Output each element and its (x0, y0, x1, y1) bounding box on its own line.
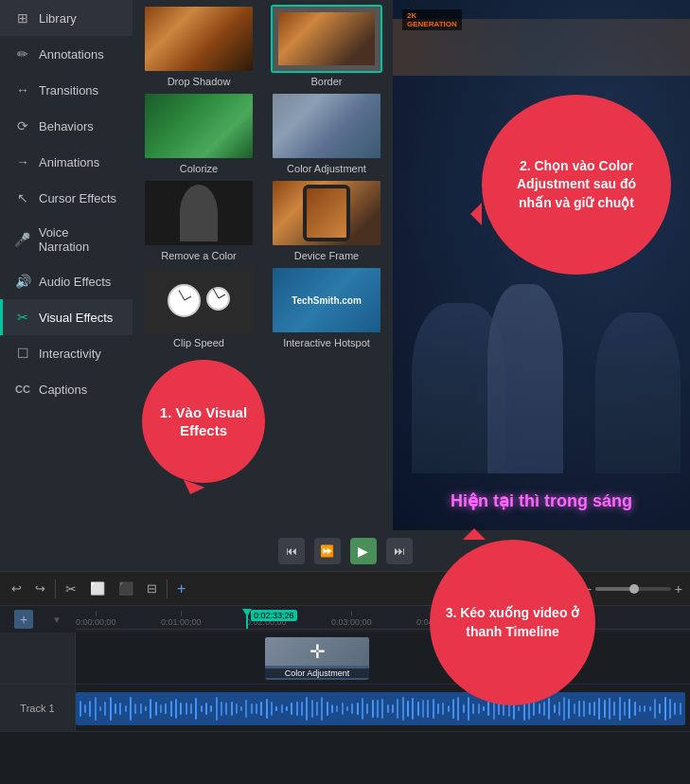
audio-icon: 🔊 (14, 273, 31, 290)
wave-bar (160, 704, 162, 713)
interactivity-icon: ☐ (14, 345, 31, 362)
callout-3: 3. Kéo xuống video ở thanh Timeline (430, 540, 595, 705)
wave-bar (306, 697, 308, 721)
wave-bar (548, 698, 550, 719)
cut-button[interactable]: ✂ (62, 579, 80, 598)
effect-color-adjustment[interactable]: Color Adjustment (265, 92, 388, 174)
wave-bar (236, 704, 238, 714)
wave-bar (190, 704, 192, 714)
wave-bar (119, 703, 121, 715)
wave-bar (427, 700, 429, 717)
add-track-icon[interactable]: + (173, 579, 189, 599)
sidebar-item-label: Voice Narration (39, 225, 121, 254)
effect-label-colorize: Colorize (180, 163, 218, 174)
sidebar-item-visual-effects[interactable]: ✂ Visual Effects (0, 299, 133, 335)
wave-bar (225, 703, 227, 714)
sidebar-item-animations[interactable]: → Animations (0, 144, 133, 180)
effect-border[interactable]: Border (265, 5, 388, 87)
effect-colorize[interactable]: Colorize (137, 92, 260, 174)
wave-bar (654, 699, 656, 720)
wave-bar (195, 698, 197, 721)
wave-bar (104, 702, 106, 716)
wave-bar (472, 704, 474, 713)
wave-bar (609, 698, 610, 721)
rewind-button[interactable]: ⏮ (278, 538, 305, 564)
wave-bar (311, 700, 313, 717)
timeline-ruler: 0:00:00;00 0:01:00;00 0:02:00;00 0:03:00… (76, 609, 690, 630)
wave-bar (563, 697, 565, 721)
sidebar-item-transitions[interactable]: ↔ Transitions (0, 72, 133, 108)
sidebar-item-audio-effects[interactable]: 🔊 Audio Effects (0, 263, 133, 299)
clip-thumbnail: ✛ (265, 637, 369, 666)
wave-bar (286, 706, 288, 710)
play-button[interactable]: ▶ (350, 538, 377, 564)
wave-bar (568, 699, 570, 719)
audio-waveform (76, 692, 685, 725)
effect-interactive-hotspot[interactable]: TechSmith.com Interactive Hotspot (265, 266, 388, 348)
audio-track-header: Track 1 (0, 685, 76, 731)
wave-bar (89, 701, 91, 717)
wave-bar (336, 705, 338, 713)
zoom-track[interactable] (595, 587, 671, 591)
wave-bar (644, 705, 646, 713)
wave-bar (221, 702, 222, 716)
wave-bar (433, 699, 434, 719)
effect-clip-speed[interactable]: Clip Speed (137, 266, 260, 348)
wave-bar (628, 699, 630, 720)
wave-bar (80, 701, 81, 716)
sidebar-item-voice-narration[interactable]: 🎤 Voice Narration (0, 216, 133, 263)
effect-label-remove-a-color: Remove a Color (161, 250, 236, 261)
video-track-content: ✛ Color Adjustment (76, 633, 690, 684)
wave-bar (266, 699, 268, 719)
effect-drop-shadow[interactable]: Drop Shadow (137, 5, 260, 87)
add-track-button[interactable]: + (14, 610, 33, 629)
track-collapse-toggle[interactable]: ▼ (52, 615, 62, 625)
clip-label: Color Adjustment (265, 668, 369, 678)
ruler-mark-1: 0:01:00;00 (161, 611, 202, 627)
sidebar-item-annotations[interactable]: ✏ Annotations (0, 36, 133, 72)
zoom-thumb[interactable] (629, 584, 639, 594)
redo-button[interactable]: ↪ (31, 579, 49, 597)
wave-bar (372, 700, 374, 718)
wave-bar (452, 699, 454, 718)
undo-button[interactable]: ↩ (8, 579, 26, 597)
wave-bar (291, 703, 292, 715)
copy-button[interactable]: ⬜ (86, 579, 109, 597)
sidebar-item-captions[interactable]: CC Captions (0, 371, 133, 407)
effect-thumb-device-frame (271, 179, 382, 247)
split-button[interactable]: ⊟ (143, 579, 161, 597)
effect-thumb-color-adjustment (271, 92, 382, 160)
wave-bar (402, 697, 404, 721)
zoom-fill (595, 587, 633, 591)
paste-button[interactable]: ⬛ (115, 579, 137, 597)
sidebar-item-interactivity[interactable]: ☐ Interactivity (0, 335, 133, 371)
video-clip[interactable]: ✛ Color Adjustment (265, 637, 369, 680)
wave-bar (231, 702, 233, 717)
wave-bar (392, 704, 394, 713)
wave-bar (145, 706, 147, 712)
wave-bar (134, 704, 136, 715)
wave-bar (125, 705, 127, 711)
effect-thumb-remove-a-color (143, 179, 255, 247)
wave-bar (316, 702, 318, 715)
timeline-playhead[interactable] (246, 609, 248, 630)
effect-remove-a-color[interactable]: Remove a Color (137, 179, 260, 261)
sidebar-item-cursor-effects[interactable]: ↖ Cursor Effects (0, 180, 133, 216)
wave-bar (95, 697, 97, 720)
step-back-button[interactable]: ⏩ (314, 538, 341, 564)
video-track-header (0, 633, 76, 684)
library-icon: ⊞ (14, 9, 31, 27)
audio-clip[interactable] (76, 692, 685, 725)
transitions-icon: ↔ (14, 81, 31, 98)
wave-bar (346, 706, 348, 712)
effect-device-frame[interactable]: Device Frame (265, 179, 388, 261)
behaviors-icon: ⟳ (14, 117, 31, 134)
wave-bar (422, 700, 424, 719)
wave-bar (437, 704, 439, 713)
wave-bar (327, 702, 328, 716)
zoom-in-icon[interactable]: + (675, 581, 682, 597)
step-forward-button[interactable]: ⏭ (386, 538, 413, 564)
sidebar-item-library[interactable]: ⊞ Library (0, 0, 133, 36)
sidebar-item-behaviors[interactable]: ⟳ Behaviors (0, 108, 133, 144)
effect-thumb-colorize (143, 92, 255, 160)
